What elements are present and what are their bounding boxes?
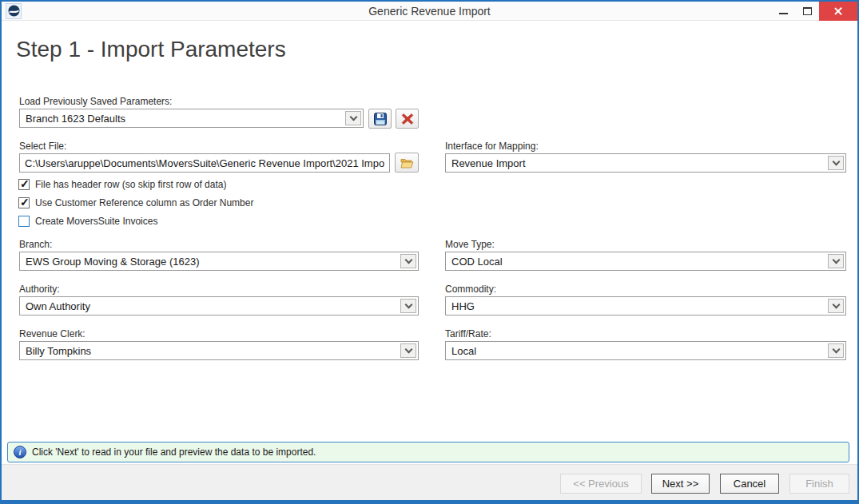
move-type-select[interactable]: COD Local	[445, 252, 846, 271]
browse-file-button[interactable]	[395, 153, 419, 173]
commodity-value: HHG	[451, 300, 825, 312]
create-invoices-checkbox[interactable]	[18, 216, 30, 227]
load-params-select[interactable]: Branch 1623 Defaults	[19, 109, 364, 128]
chevron-down-icon[interactable]	[828, 254, 844, 268]
delete-parameters-button[interactable]	[396, 109, 419, 129]
commodity-select[interactable]: HHG	[445, 296, 846, 315]
close-icon	[833, 6, 843, 16]
load-params-label: Load Previously Saved Parameters:	[19, 96, 172, 107]
move-type-label: Move Type:	[445, 239, 495, 250]
tariff-rate-value: Local	[451, 345, 825, 357]
next-button[interactable]: Next >>	[651, 474, 710, 494]
load-params-value: Branch 1623 Defaults	[26, 113, 342, 125]
footer: << Previous Next >> Cancel Finish	[2, 464, 857, 500]
chevron-down-icon[interactable]	[400, 343, 416, 358]
authority-label: Authority:	[19, 284, 60, 295]
app-icon	[6, 3, 22, 19]
authority-select[interactable]: Own Authority	[19, 296, 419, 315]
customer-ref-check-row: Use Customer Reference column as Order N…	[18, 196, 253, 208]
status-message: Click 'Next' to read in your file and pr…	[32, 446, 316, 458]
interface-mapping-select[interactable]: Revenue Import	[445, 153, 846, 173]
status-bar: i Click 'Next' to read in your file and …	[7, 442, 849, 462]
interface-mapping-value: Revenue Import	[451, 157, 825, 169]
create-invoices-label: Create MoversSuite Invoices	[35, 216, 157, 227]
header-row-check-row: File has header row (so skip first row o…	[18, 178, 226, 190]
file-path-input[interactable]	[19, 153, 390, 173]
maximize-button[interactable]	[795, 2, 819, 21]
customer-reference-checkbox[interactable]	[18, 197, 30, 208]
interface-mapping-label: Interface for Mapping:	[445, 141, 539, 152]
tariff-rate-select[interactable]: Local	[445, 341, 846, 360]
branch-select[interactable]: EWS Group Moving & Storage (1623)	[19, 252, 419, 271]
revenue-clerk-value: Billy Tompkins	[26, 345, 397, 357]
select-file-label: Select File:	[19, 141, 66, 152]
page-title: Step 1 - Import Parameters	[16, 37, 286, 62]
window-title: Generic Revenue Import	[2, 5, 857, 18]
revenue-clerk-select[interactable]: Billy Tompkins	[19, 341, 419, 360]
previous-button[interactable]: << Previous	[560, 474, 642, 494]
create-invoices-check-row: Create MoversSuite Invoices	[18, 215, 157, 227]
minimize-icon	[779, 13, 788, 14]
file-has-header-checkbox[interactable]	[18, 179, 30, 190]
customer-reference-label: Use Customer Reference column as Order N…	[35, 197, 253, 208]
chevron-down-icon[interactable]	[400, 299, 416, 313]
tariff-rate-label: Tariff/Rate:	[445, 328, 491, 339]
chevron-down-icon[interactable]	[345, 111, 361, 125]
revenue-clerk-label: Revenue Clerk:	[19, 328, 86, 339]
chevron-down-icon[interactable]	[828, 343, 844, 358]
close-button[interactable]	[819, 2, 857, 21]
branch-value: EWS Group Moving & Storage (1623)	[26, 256, 397, 268]
commodity-label: Commodity:	[445, 284, 496, 295]
authority-value: Own Authority	[26, 300, 397, 312]
moverssuite-logo-icon	[8, 5, 20, 17]
save-parameters-button[interactable]	[368, 109, 392, 129]
chevron-down-icon[interactable]	[828, 156, 844, 170]
delete-x-icon	[401, 113, 414, 125]
file-has-header-label: File has header row (so skip first row o…	[35, 179, 226, 190]
generic-revenue-import-window: Generic Revenue Import Step 1 - Import P…	[0, 0, 859, 504]
info-icon: i	[14, 446, 26, 458]
chevron-down-icon[interactable]	[400, 254, 416, 268]
cancel-button[interactable]: Cancel	[720, 474, 779, 494]
move-type-value: COD Local	[451, 256, 825, 268]
finish-button[interactable]: Finish	[789, 474, 849, 494]
maximize-icon	[803, 7, 812, 15]
open-folder-icon	[400, 157, 414, 169]
titlebar: Generic Revenue Import	[2, 2, 857, 21]
branch-label: Branch:	[19, 239, 52, 250]
minimize-button[interactable]	[771, 2, 795, 21]
save-icon	[374, 113, 387, 125]
window-controls	[771, 2, 857, 21]
chevron-down-icon[interactable]	[828, 299, 844, 313]
